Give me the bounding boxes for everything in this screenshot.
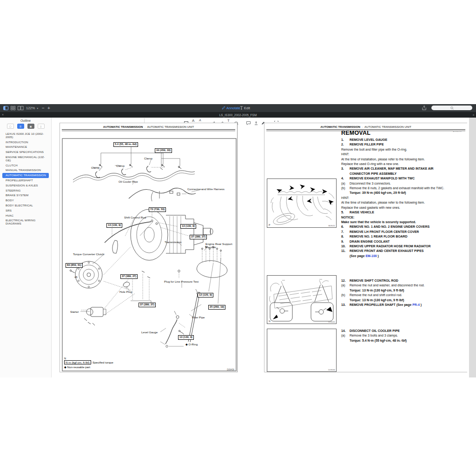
- main-toolbar: 122% ▾ − + Annotate Edit: [0, 104, 476, 112]
- diagram-label: 37 (380, 27): [139, 303, 156, 307]
- step-line: NOTICE:: [341, 215, 455, 220]
- sidebar-item[interactable]: STEERING: [2, 188, 49, 193]
- figure-letter: N: [269, 320, 271, 323]
- step-line: 10. REMOVE UPPER RADIATOR HOSE FROM RADI…: [341, 244, 455, 249]
- sidebar-header: Outline: [0, 118, 51, 122]
- non-reusable-legend: ◆ Non-reusable part: [64, 365, 90, 369]
- section-title: REMOVAL: [341, 130, 370, 136]
- sidebar-item[interactable]: INTRODUCTION: [2, 140, 49, 145]
- tab-add-button[interactable]: +: [472, 113, 475, 117]
- speech-bubble-icon: [246, 121, 251, 125]
- page-right: AUTOMATIC TRANSMISSION · AUTOMATIC TRANS…: [264, 123, 467, 372]
- grid-icon: [11, 106, 15, 110]
- thumbnail-grid-button[interactable]: [11, 105, 15, 111]
- bookmarks-tab-icon[interactable]: ▯: [38, 124, 45, 129]
- step-line: (a) Remove the 3 bolts and 3 clamps.: [341, 333, 455, 338]
- diagram-label: Filler Pipe: [192, 316, 205, 319]
- thumbnails-tab-icon[interactable]: ▢: [7, 124, 14, 129]
- sidebar-item[interactable]: SERVICE SPECIFICATIONS: [2, 150, 49, 155]
- page-code: AT0341-01: [453, 131, 462, 132]
- step-line: 4. REMOVE EXHAUST MANIFOLD WITH TWC: [341, 176, 455, 181]
- signature-icon: [254, 121, 258, 125]
- two-page-view-button[interactable]: [18, 105, 24, 111]
- sidebar-item[interactable]: BODY ELECTRICAL: [2, 203, 49, 208]
- frame-letter: N: [64, 357, 66, 360]
- diagram-label: 44 (450, 33): [155, 148, 172, 153]
- document-area: A A T Outline ▢ ☰ ▣ ▯ LEXUS IS300 JCE 10…: [0, 118, 476, 377]
- share-icon: [422, 106, 426, 110]
- vertical-scrollbar[interactable]: [469, 118, 476, 377]
- annotate-button[interactable]: Annotate: [222, 105, 240, 111]
- diagram-label: x6: [74, 275, 78, 278]
- step-line: HINT:: [341, 152, 455, 157]
- sidebar-item[interactable]: BRAKE SYSTEM: [2, 193, 49, 198]
- document-tab[interactable]: LS_IS300_2002-2005_FSM: [0, 113, 476, 117]
- font-large-button[interactable]: A: [192, 119, 194, 123]
- diagram-label: 5.4 (55, 48 in.·lbf): [113, 142, 138, 147]
- diagram-label: Starter: [70, 310, 79, 313]
- sidebar-item[interactable]: CLUTCH: [2, 163, 49, 168]
- chevron-down-icon: ▾: [37, 106, 38, 110]
- diagram-label: 12 (120, 9): [198, 293, 213, 298]
- sidebar-icon: [3, 106, 8, 110]
- figure-exhaust-manifold: P B09011: [267, 178, 337, 228]
- step-line: Torque: 5.4 N·m (55 kgf·cm, 48 in.·lbf): [341, 338, 455, 343]
- zoom-in-button[interactable]: +: [47, 105, 50, 111]
- toolbar-separator: [144, 118, 145, 123]
- steps-group-b: 12. REMOVE SHIFT CONTROL ROD (a) Remove …: [341, 278, 455, 307]
- diagram-label: Connector and Wire Harness: [187, 187, 225, 191]
- text-cursor-icon: [240, 106, 243, 110]
- step-line: (See page EM-100 ): [341, 254, 455, 258]
- zoom-level-dropdown[interactable]: 122% ▾: [26, 105, 38, 111]
- two-page-icon: [18, 106, 24, 110]
- figure-line-art: [267, 179, 336, 227]
- outline-tab-icon[interactable]: ☰: [17, 124, 24, 129]
- page-reference-link[interactable]: PR-4: [412, 303, 420, 306]
- comment-tool-button[interactable]: [246, 119, 251, 127]
- torque-legend: N·m (kgf·cm, ft·lbf): Specified torque: [64, 361, 113, 364]
- sidebar-item[interactable]: AUTOMATIC TRANSMISSION: [2, 173, 49, 178]
- diagram-label: Shift Control Rod: [124, 216, 146, 219]
- sidebar-item[interactable]: MAINTENANCE: [2, 145, 49, 150]
- sidebar-item[interactable]: SRS: [2, 208, 49, 213]
- step-line: 12. REMOVE SHIFT CONTROL ROD: [341, 278, 455, 283]
- font-style-button[interactable]: A: [199, 119, 202, 122]
- sidebar-item[interactable]: SUSPENSION & AXLES: [2, 183, 49, 188]
- page-left: AUTOMATIC TRANSMISSION · AUTOMATIC TRANS…: [60, 123, 238, 372]
- step-line: Make sure that the vehicle is securely s…: [341, 220, 455, 225]
- page-reference-link[interactable]: EM-100: [365, 254, 377, 258]
- step-line: Torque: 39 N·m (400 kgf·cm, 29 ft·lbf): [341, 191, 455, 195]
- search-input[interactable]: [431, 106, 472, 110]
- step-line: (b) Remove the 8 nuts, 2 gaskets and exh…: [341, 186, 455, 191]
- step-line: 6. REMOVE NO. 1 AND NO. 2 ENGINE UNDER C…: [341, 225, 455, 229]
- outline-list: LEXUS IS300 JCE 10 (2002-2005)INTRODUCTI…: [0, 132, 51, 226]
- sidebar-item[interactable]: PROPELLERSHAFT: [2, 178, 49, 183]
- diagram-label: 25 (260, 19): [208, 305, 225, 310]
- share-button[interactable]: [422, 105, 426, 111]
- diagram-label: ◆ O-Ring: [185, 343, 198, 346]
- sidebar-item[interactable]: LEXUS IS300 JCE 10 (2002-2005): [2, 132, 49, 140]
- diagram-label: Oil Cooler Pipe: [119, 180, 138, 183]
- sidebar-toggle-button[interactable]: [3, 105, 8, 111]
- edit-button[interactable]: Edit: [240, 105, 250, 111]
- step-line: Remove the bolt and filler pipe with the…: [341, 147, 455, 152]
- diagram-label: 37 (380, 27): [120, 274, 138, 279]
- diagram-label: 13 (130, 9): [106, 223, 122, 228]
- zoom-out-button[interactable]: −: [42, 105, 45, 111]
- step-line: 2. REMOVE FILLER PIPE: [341, 142, 455, 147]
- text-tool-button[interactable]: T: [227, 119, 230, 123]
- step-line: 3. REMOVE AIR CLEANER, MAF METER AND INT…: [341, 166, 455, 176]
- figure-code: D09436: [227, 369, 234, 371]
- sidebar-item[interactable]: HVAC: [2, 213, 49, 218]
- step-line: Replace the used O-ring with a new one.: [341, 162, 455, 166]
- sidebar-item[interactable]: ENGINE MECHANICAL (2JZ-GE): [2, 155, 49, 163]
- sidebar-item[interactable]: ELECTRICAL WIRING DIAGRAMS: [2, 218, 49, 226]
- figure-letter: P: [269, 224, 270, 226]
- annotations-tab-icon[interactable]: ▣: [27, 124, 34, 129]
- sidebar-item[interactable]: BODY: [2, 198, 49, 203]
- signature-tool-button[interactable]: [254, 119, 258, 127]
- search-icon: [450, 106, 454, 110]
- step-line: 7. REMOVE LH FRONT FLOOR CENTER COVER: [341, 230, 455, 234]
- pencil-icon: [222, 106, 225, 110]
- sidebar-item[interactable]: MANUAL TRANSMISSION: [2, 168, 49, 173]
